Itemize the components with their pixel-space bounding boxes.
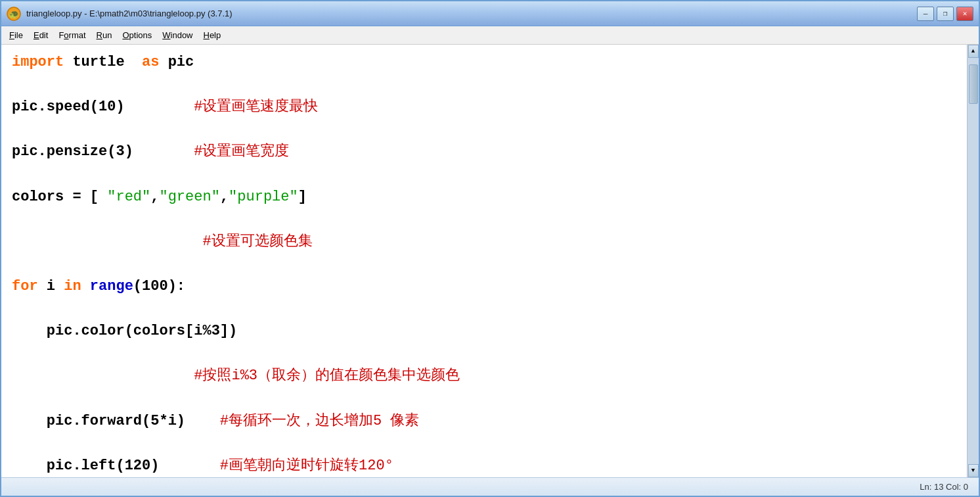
menu-window[interactable]: Window	[157, 28, 198, 42]
menu-options[interactable]: Options	[117, 28, 157, 42]
minimize-button[interactable]: —	[917, 7, 934, 21]
status-bar: Ln: 13 Col: 0	[1, 477, 979, 496]
scroll-thumb[interactable]	[969, 64, 978, 104]
window-title: triangleloop.py - E:\pmath2\m03\triangle…	[26, 9, 917, 18]
menu-format[interactable]: Format	[53, 28, 91, 42]
main-window: 🐢 triangleloop.py - E:\pmath2\m03\triang…	[0, 0, 980, 497]
maximize-button[interactable]: ❐	[937, 7, 954, 21]
menu-help[interactable]: Help	[198, 28, 227, 42]
title-bar: 🐢 triangleloop.py - E:\pmath2\m03\triang…	[1, 1, 979, 26]
menu-file[interactable]: File	[4, 28, 28, 42]
status-text: Ln: 13 Col: 0	[920, 482, 968, 492]
content-area: import turtle as pic pic.speed(10) #设置画笔…	[1, 45, 979, 477]
scroll-track[interactable]	[968, 58, 979, 464]
menu-bar: File Edit Format Run Options Window Help	[1, 26, 979, 45]
scrollbar: ▲ ▼	[967, 45, 979, 477]
app-icon: 🐢	[7, 7, 21, 21]
code-editor[interactable]: import turtle as pic pic.speed(10) #设置画笔…	[1, 45, 967, 477]
window-controls: — ❐ ✕	[917, 7, 973, 21]
menu-edit[interactable]: Edit	[28, 28, 53, 42]
svg-text:🐢: 🐢	[9, 9, 20, 20]
menu-run[interactable]: Run	[91, 28, 118, 42]
close-button[interactable]: ✕	[956, 7, 973, 21]
scroll-up-button[interactable]: ▲	[968, 45, 979, 58]
scroll-down-button[interactable]: ▼	[968, 464, 979, 477]
